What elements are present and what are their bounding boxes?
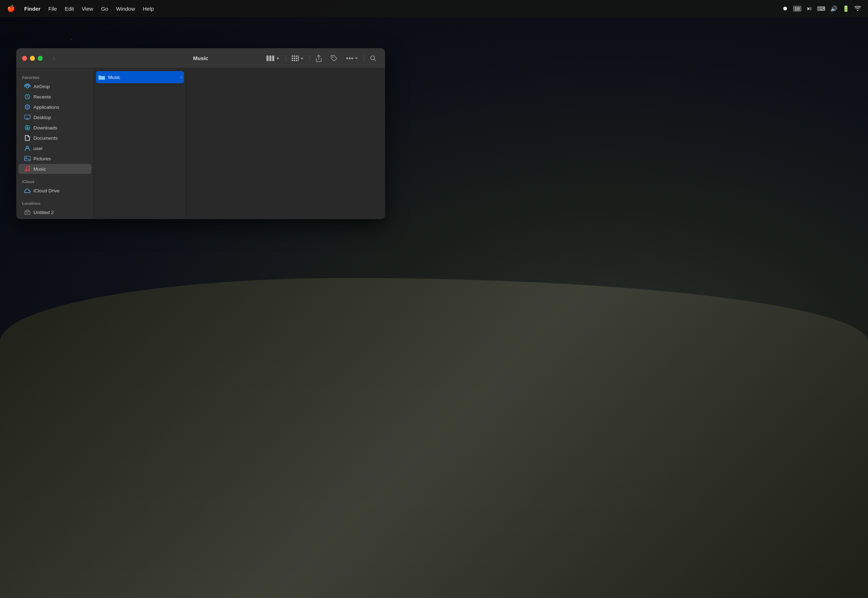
svg-rect-34 [296, 60, 297, 61]
record-icon[interactable]: ⏺ [782, 5, 788, 12]
toolbar-separator-1 [286, 55, 286, 62]
back-button[interactable]: ‹ [38, 53, 48, 63]
pictures-icon [24, 155, 31, 162]
forward-button[interactable]: › [49, 53, 59, 63]
favorites-section-label: Favorites [16, 73, 94, 81]
battery-icon[interactable]: 🔋 [843, 5, 850, 12]
sidebar-item-music[interactable]: Music [18, 164, 91, 174]
menubar-view[interactable]: View [82, 6, 93, 12]
toolbar-separator-3 [364, 55, 364, 62]
music-icon [24, 166, 31, 172]
svg-rect-27 [294, 55, 295, 57]
toolbar-separator-2 [309, 55, 310, 62]
documents-icon [24, 135, 31, 141]
notification-badge[interactable]: 18 [793, 6, 802, 12]
finder-sidebar: Favorites AirDrop [16, 68, 94, 219]
close-button[interactable] [22, 56, 27, 61]
music-folder-name: Music [108, 75, 177, 80]
sidebar-item-recents[interactable]: Recents [18, 92, 91, 102]
icloud-drive-icon [24, 187, 31, 194]
navigation-buttons: ‹ › [38, 53, 59, 63]
toolbar-actions [264, 53, 379, 63]
menubar: 🍎 Finder File Edit View Go Window Help ⏺… [0, 0, 868, 17]
menubar-go[interactable]: Go [101, 6, 108, 12]
more-button[interactable] [343, 53, 361, 63]
svg-point-37 [346, 57, 348, 59]
user-icon [24, 145, 31, 151]
menubar-window[interactable]: Window [116, 6, 135, 12]
keyboard-icon[interactable]: ⌨ [817, 5, 825, 12]
svg-point-45 [26, 146, 28, 148]
menubar-app-name[interactable]: Finder [24, 6, 40, 12]
recents-label: Recents [33, 94, 51, 100]
sidebar-item-pictures[interactable]: Pictures [18, 154, 91, 163]
finder-window: ‹ › Music [16, 48, 385, 219]
sidebar-item-icloud-drive[interactable]: iCloud Drive [18, 185, 91, 196]
svg-rect-32 [292, 60, 293, 61]
untitled2-label: Untitled 2 [33, 210, 54, 215]
svg-point-49 [28, 169, 30, 171]
svg-point-48 [25, 170, 27, 171]
finder-titlebar: ‹ › Music [16, 48, 385, 68]
apple-menu[interactable]: 🍎 [7, 4, 15, 12]
wifi-icon[interactable] [855, 6, 861, 11]
columns-icon [267, 55, 274, 61]
airdrop-label: AirDrop [33, 84, 50, 89]
view-columns-button[interactable] [264, 53, 283, 63]
svg-rect-25 [272, 55, 274, 61]
svg-rect-23 [267, 55, 268, 61]
minimize-button[interactable] [30, 56, 35, 61]
music-folder-item[interactable]: Music › [96, 71, 184, 83]
svg-rect-26 [292, 55, 293, 57]
svg-rect-33 [294, 60, 295, 61]
svg-rect-31 [296, 58, 297, 59]
search-button[interactable] [367, 53, 379, 63]
sidebar-item-untitled2[interactable]: Untitled 2 [18, 207, 91, 217]
sort-icon [276, 56, 280, 60]
documents-label: Documents [33, 136, 58, 141]
finder-preview-pane [186, 68, 385, 219]
menubar-left: 🍎 Finder File Edit View Go Window Help [7, 4, 154, 12]
sidebar-item-downloads[interactable]: Downloads [18, 123, 91, 133]
desktop-landscape [0, 278, 868, 598]
svg-rect-29 [292, 58, 293, 59]
view-grid-button[interactable] [289, 53, 307, 63]
more-icon [346, 57, 353, 59]
music-label: Music [33, 166, 46, 172]
finder-body: Favorites AirDrop [16, 68, 385, 219]
svg-point-39 [351, 57, 353, 59]
share-button[interactable] [313, 53, 325, 63]
sidebar-item-user[interactable]: user [18, 143, 91, 153]
menubar-right: ⏺ 18 ⏯ ⌨ 🔊 🔋 [782, 5, 861, 12]
applications-label: Applications [33, 105, 59, 110]
chevron-right-icon: › [180, 75, 182, 80]
media-play-icon[interactable]: ⏯ [807, 5, 812, 12]
menubar-file[interactable]: File [48, 6, 57, 12]
volume-icon[interactable]: 🔊 [830, 5, 837, 12]
sidebar-item-applications[interactable]: Applications [18, 102, 91, 112]
menubar-edit[interactable]: Edit [65, 6, 74, 12]
locations-section-label: Locations [16, 198, 94, 207]
svg-point-47 [25, 157, 27, 158]
tag-button[interactable] [328, 53, 340, 63]
sidebar-item-desktop[interactable]: Desktop [18, 112, 91, 122]
svg-point-40 [371, 56, 375, 60]
music-folder-icon [98, 73, 105, 81]
applications-icon [24, 104, 31, 110]
svg-point-12 [71, 39, 72, 39]
sidebar-item-airdrop[interactable]: AirDrop [18, 81, 91, 91]
sidebar-item-documents[interactable]: Documents [18, 133, 91, 143]
svg-rect-24 [269, 55, 271, 61]
more-dropdown-icon [355, 57, 358, 60]
svg-point-41 [26, 86, 29, 88]
share-icon [316, 55, 322, 62]
svg-point-38 [349, 57, 351, 59]
finder-column: Music › [94, 68, 186, 219]
downloads-label: Downloads [33, 125, 57, 130]
desktop-label: Desktop [33, 115, 51, 120]
grid-icon [292, 55, 299, 61]
svg-rect-30 [294, 58, 295, 59]
recents-icon [24, 94, 31, 100]
window-title: Music [193, 55, 208, 61]
menubar-help[interactable]: Help [143, 6, 154, 12]
